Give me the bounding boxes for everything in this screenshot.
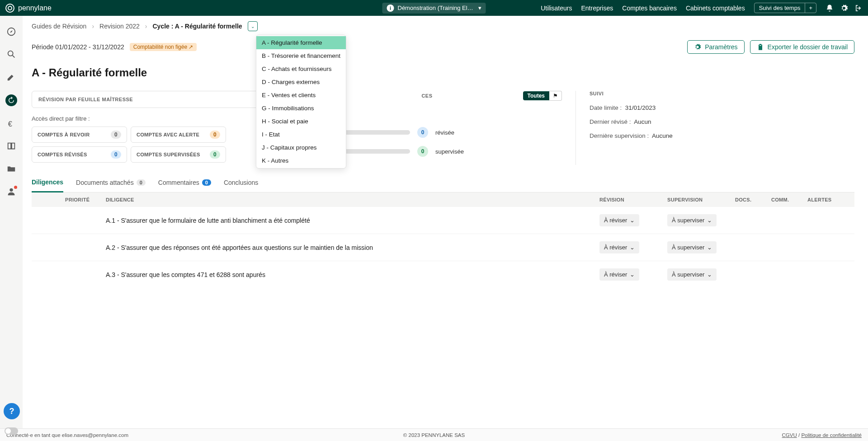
logo[interactable]: pennylane (5, 4, 52, 13)
chevron-down-icon: ⌄ (630, 217, 635, 224)
breadcrumb-l1[interactable]: Guides de Révision (32, 23, 86, 30)
period-text: Période 01/01/2022 - 31/12/2022 (32, 43, 124, 51)
caret-down-icon: ▾ (478, 5, 481, 11)
nav-companies[interactable]: Entreprises (581, 5, 613, 12)
cycle-dropdown-menu: A - Régularité formelle B - Trésorerie e… (256, 35, 346, 169)
tab-conclusions[interactable]: Conclusions (224, 174, 258, 192)
master-sheet-link[interactable]: RÉVISION PAR FEUILLE MAÎTRESSE (32, 91, 283, 108)
svg-text:€: € (8, 120, 12, 128)
supervision-status[interactable]: À superviser ⌄ (667, 268, 717, 281)
company-name: Démonstration (Training Elis… (398, 5, 475, 11)
svg-point-3 (9, 188, 13, 192)
help-fab[interactable]: ? (4, 403, 20, 419)
pencil-icon[interactable] (6, 72, 16, 82)
diligences-table: PRIORITÉ DILIGENCE RÉVISION SUPERVISION … (32, 192, 854, 288)
euro-icon[interactable]: € (6, 119, 16, 129)
chevron-down-icon: ⌄ (707, 217, 712, 224)
footer: Connecté·e en tant que elise.naves@penny… (0, 428, 868, 441)
top-nav: Utilisateurs Entreprises Comptes bancair… (541, 3, 863, 13)
company-selector[interactable]: i Démonstration (Training Elis… ▾ (382, 3, 486, 14)
cycle-option[interactable]: B - Trésorerie et financement (256, 49, 346, 62)
logout-icon[interactable] (854, 4, 863, 12)
table-row[interactable]: A.2 - S'assurer que des réponses ont été… (32, 234, 854, 261)
logo-icon (5, 4, 14, 13)
revision-status[interactable]: À réviser ⌄ (599, 214, 639, 226)
clipboard-icon (757, 43, 764, 51)
chip-to-review[interactable]: COMPTES À REVOIR0 (32, 127, 127, 143)
export-button[interactable]: Exporter le dossier de travail (750, 40, 854, 54)
brand-name: pennylane (18, 4, 52, 12)
chevron-right-icon: › (92, 23, 94, 30)
panel-suivi: SUIVI Date limite : 31/01/2023 Dernier r… (576, 91, 854, 165)
revision-status[interactable]: À réviser ⌄ (599, 268, 639, 281)
cycle-option[interactable]: D - Charges externes (256, 75, 346, 89)
breadcrumb-l2[interactable]: Revision 2022 (99, 23, 140, 30)
gear-icon[interactable] (840, 4, 848, 12)
cycle-option[interactable]: J - Capitaux propres (256, 141, 346, 154)
main-content: Guides de Révision › Revision 2022 › Cyc… (23, 16, 868, 428)
cycle-option[interactable]: I - Etat (256, 128, 346, 141)
cycle-option[interactable]: K - Autres (256, 154, 346, 167)
revision-status[interactable]: À réviser ⌄ (599, 241, 639, 253)
footer-privacy[interactable]: Politique de confidentialité (801, 432, 862, 438)
table-row[interactable]: A.3 - S'assurer que les comptes 471 et 6… (32, 261, 854, 288)
filter-label: Accès direct par filtre : (32, 115, 283, 122)
cycle-option[interactable]: C - Achats et fournisseurs (256, 62, 346, 75)
cycle-option[interactable]: H - Social et paie (256, 115, 346, 128)
sidebar: € (0, 16, 23, 428)
cycle-option[interactable]: E - Ventes et clients (256, 89, 346, 102)
footer-user: Connecté·e en tant que elise.naves@penny… (6, 432, 128, 438)
filter-flag[interactable]: ⚑ (549, 91, 562, 101)
tab-diligences[interactable]: Diligences (32, 174, 63, 192)
chevron-down-icon: ⌄ (707, 271, 712, 278)
supervision-status[interactable]: À superviser ⌄ (667, 241, 717, 253)
chevron-right-icon: › (145, 23, 147, 30)
filter-toutes[interactable]: Toutes (523, 91, 549, 100)
time-tracking: Suivi des temps + (754, 3, 816, 13)
notification-dot (14, 186, 17, 189)
chip-supervised[interactable]: COMPTES SUPERVISÉES0 (131, 146, 226, 163)
sidebar-toggle[interactable] (5, 427, 18, 435)
chip-alert[interactable]: COMPTES AVEC ALERTE0 (131, 127, 226, 143)
nav-firms[interactable]: Cabinets comptables (686, 5, 745, 12)
time-tracking-label[interactable]: Suivi des temps (755, 3, 805, 13)
time-tracking-add[interactable]: + (805, 3, 816, 13)
chevron-down-icon: ⌄ (630, 271, 635, 278)
tab-comments[interactable]: Commentaires0 (158, 174, 211, 192)
cycle-option[interactable]: G - Immobilisations (256, 102, 346, 115)
refresh-icon[interactable] (5, 94, 17, 106)
tabs: Diligences Documents attachés0 Commentai… (32, 174, 854, 192)
footer-cgvu[interactable]: CGVU (782, 432, 797, 438)
gear-icon (694, 43, 701, 51)
search-icon[interactable] (6, 49, 16, 59)
svg-point-1 (8, 51, 13, 56)
breadcrumb: Guides de Révision › Revision 2022 › Cyc… (32, 21, 854, 31)
compass-icon[interactable] (6, 27, 16, 37)
nav-users[interactable]: Utilisateurs (541, 5, 572, 12)
table-row[interactable]: A.1 - S'assurer que le formulaire de lut… (32, 207, 854, 234)
footer-copyright: © 2023 PENNYLANE SAS (403, 432, 465, 438)
bell-icon[interactable] (826, 4, 834, 12)
cycle-dropdown-toggle[interactable]: ⌄ (248, 21, 258, 31)
supervision-status[interactable]: À superviser ⌄ (667, 214, 717, 226)
info-icon: i (387, 5, 394, 12)
chevron-down-icon: ⌄ (630, 244, 635, 251)
folder-icon[interactable] (6, 164, 16, 174)
chip-reviewed[interactable]: COMPTES RÉVISÉS0 (32, 146, 127, 163)
chevron-down-icon: ⌄ (707, 244, 712, 251)
accounting-status-badge[interactable]: Comptabilité non figée ↗ (130, 43, 197, 51)
nav-bank-accounts[interactable]: Comptes bancaires (622, 5, 677, 12)
params-button[interactable]: Paramètres (687, 40, 744, 54)
page-title: A - Régularité formelle (32, 66, 854, 79)
book-icon[interactable] (6, 141, 16, 151)
tab-documents[interactable]: Documents attachés0 (76, 174, 146, 192)
topbar: pennylane i Démonstration (Training Elis… (0, 0, 868, 16)
cycle-option[interactable]: A - Régularité formelle (256, 36, 346, 49)
breadcrumb-current: Cycle : A - Régularité formelle (152, 23, 242, 30)
